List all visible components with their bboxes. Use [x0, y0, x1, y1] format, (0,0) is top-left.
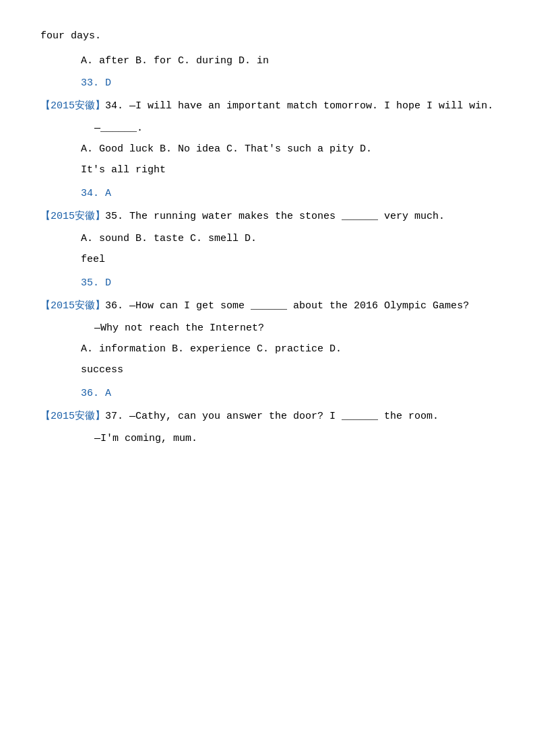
q34-number: 34. [105, 100, 123, 112]
q35-block: 【2015安徽】35. The running water makes the … [40, 207, 495, 269]
top-text: four days. [40, 27, 495, 45]
q37-bracket: 【2015安徽】 [40, 411, 105, 422]
q35-answer: 35. D [81, 275, 495, 291]
q35-options-b: feel [81, 250, 495, 269]
q35-number: 35. [105, 211, 123, 222]
q34-answer: 34. A [81, 186, 495, 202]
q36-text: —How can I get some ______ about the 201… [129, 300, 469, 312]
q36-options-b: success [81, 361, 495, 379]
q34-question: 【2015安徽】34. —I will have an important ma… [40, 97, 495, 115]
q34-dash-line: —______. [94, 119, 495, 137]
q37-question: 【2015安徽】37. —Cathy, can you answer the d… [40, 407, 495, 425]
q35-question: 【2015安徽】35. The running water makes the … [40, 207, 495, 226]
q33-options: A. after B. for C. during D. in [81, 52, 495, 70]
q36-answer: 36. A [81, 386, 495, 402]
q34-block: 【2015安徽】34. —I will have an important ma… [40, 97, 495, 179]
q36-block: 【2015安徽】36. —How can I get some ______ a… [40, 297, 495, 379]
q35-bracket: 【2015安徽】 [40, 211, 105, 222]
q36-number: 36. [105, 300, 123, 312]
q35-options-a: A. sound B. taste C. smell D. [81, 230, 495, 248]
q33-answer: 33. D [81, 75, 495, 92]
q36-options-a: A. information B. experience C. practice… [81, 340, 495, 358]
q37-dialog: —I'm coming, mum. [94, 429, 495, 448]
q34-bracket: 【2015安徽】 [40, 100, 105, 112]
page-content: four days. A. after B. for C. during D. … [40, 27, 495, 448]
q37-text: —Cathy, can you answer the door? I _____… [129, 411, 439, 422]
q37-number: 37. [105, 411, 123, 422]
q36-dialog: —Why not reach the Internet? [94, 319, 495, 337]
q37-block: 【2015安徽】37. —Cathy, can you answer the d… [40, 407, 495, 448]
q36-question: 【2015安徽】36. —How can I get some ______ a… [40, 297, 495, 315]
q36-bracket: 【2015安徽】 [40, 300, 105, 312]
q34-options-b: It's all right [81, 161, 495, 179]
q34-options-a: A. Good luck B. No idea C. That's such a… [81, 140, 495, 158]
q34-text: —I will have an important match tomorrow… [129, 100, 493, 112]
q35-text: The running water makes the stones _____… [129, 211, 445, 222]
